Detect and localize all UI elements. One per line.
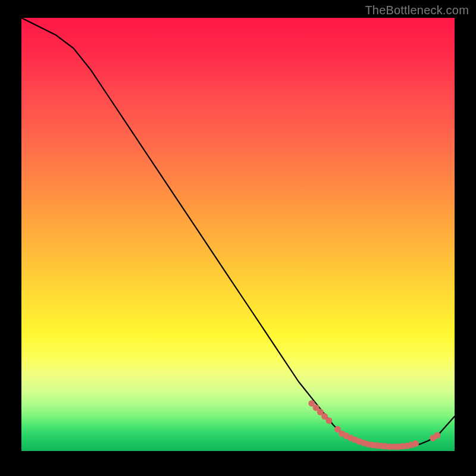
chart-stage: TheBottleneck.com <box>0 0 476 476</box>
chart-svg <box>21 18 455 451</box>
curve-line <box>21 18 455 447</box>
curve-marker <box>325 418 332 424</box>
chart-plot-area <box>21 18 455 451</box>
curve-marker <box>412 440 419 447</box>
curve-marker <box>434 432 440 439</box>
attribution-text: TheBottleneck.com <box>365 4 469 17</box>
curve-markers <box>308 400 440 450</box>
